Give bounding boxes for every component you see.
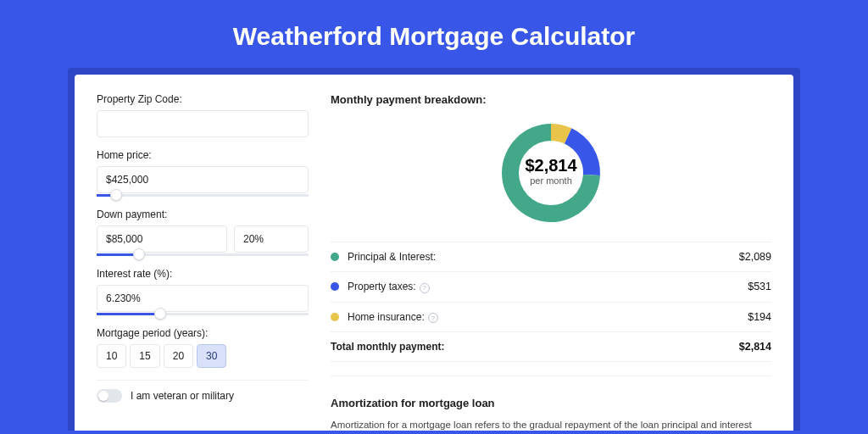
home-price-block: Home price:	[97, 149, 309, 197]
period-option-20[interactable]: 20	[164, 344, 193, 368]
veteran-label: I am veteran or military	[131, 390, 234, 402]
total-value: $2,814	[739, 341, 771, 353]
zip-label: Property Zip Code:	[97, 93, 309, 105]
legend-dot-icon	[331, 313, 339, 321]
home-price-slider[interactable]	[97, 194, 309, 197]
home-price-slider-handle[interactable]	[110, 189, 122, 201]
down-payment-amount-input[interactable]	[97, 225, 227, 253]
down-payment-pct-input[interactable]	[234, 225, 309, 253]
home-price-label: Home price:	[97, 149, 309, 161]
calculator-card: Property Zip Code: Home price: Down paym…	[75, 75, 793, 431]
amortization-section: Amortization for mortgage loan Amortizat…	[331, 376, 771, 434]
total-label: Total monthly payment:	[331, 341, 739, 353]
legend-dot-icon	[331, 253, 339, 261]
legend-row-total: Total monthly payment:$2,814	[331, 332, 771, 362]
down-payment-block: Down payment:	[97, 209, 309, 256]
legend-label: Principal & Interest:	[348, 251, 739, 263]
zip-block: Property Zip Code:	[97, 93, 309, 137]
veteran-toggle[interactable]	[97, 389, 122, 403]
interest-label: Interest rate (%):	[97, 268, 309, 280]
donut-center-value: $2,814	[525, 156, 577, 175]
zip-input[interactable]	[97, 110, 309, 137]
breakdown-heading: Monthly payment breakdown:	[331, 93, 771, 106]
card-shadow: Property Zip Code: Home price: Down paym…	[68, 68, 800, 431]
interest-block: Interest rate (%):	[97, 268, 309, 315]
input-panel: Property Zip Code: Home price: Down paym…	[97, 93, 309, 431]
legend-row-0: Principal & Interest:$2,089	[331, 242, 771, 272]
info-icon[interactable]: ?	[420, 283, 430, 293]
donut-chart: $2,814 per month	[331, 114, 771, 242]
period-option-30[interactable]: 30	[197, 344, 226, 368]
period-option-15[interactable]: 15	[130, 344, 159, 368]
interest-input[interactable]	[97, 285, 309, 312]
interest-slider-handle[interactable]	[154, 308, 166, 320]
breakdown-panel: Monthly payment breakdown: $2,814 per mo…	[331, 93, 771, 431]
period-block: Mortgage period (years): 10152030	[97, 327, 309, 368]
legend: Principal & Interest:$2,089Property taxe…	[331, 242, 771, 362]
legend-value: $194	[748, 311, 771, 323]
amortization-heading: Amortization for mortgage loan	[331, 387, 771, 409]
down-payment-slider[interactable]	[97, 253, 309, 256]
period-option-10[interactable]: 10	[97, 344, 126, 368]
legend-label: Home insurance:?	[348, 311, 748, 324]
amortization-text: Amortization for a mortgage loan refers …	[331, 418, 771, 434]
down-payment-label: Down payment:	[97, 209, 309, 220]
donut-center-sub: per month	[530, 175, 572, 186]
home-price-input[interactable]	[97, 166, 309, 193]
page-title: Weatherford Mortgage Calculator	[0, 0, 868, 68]
veteran-row: I am veteran or military	[97, 380, 309, 403]
period-options: 10152030	[97, 344, 309, 368]
interest-slider[interactable]	[97, 313, 309, 315]
legend-value: $531	[748, 281, 771, 292]
legend-row-1: Property taxes:?$531	[331, 272, 771, 303]
legend-dot-icon	[331, 282, 339, 291]
info-icon[interactable]: ?	[428, 313, 438, 323]
legend-row-2: Home insurance:?$194	[331, 303, 771, 333]
legend-label: Property taxes:?	[348, 281, 748, 293]
legend-value: $2,089	[739, 251, 771, 263]
period-label: Mortgage period (years):	[97, 327, 309, 339]
down-payment-slider-handle[interactable]	[133, 248, 145, 260]
